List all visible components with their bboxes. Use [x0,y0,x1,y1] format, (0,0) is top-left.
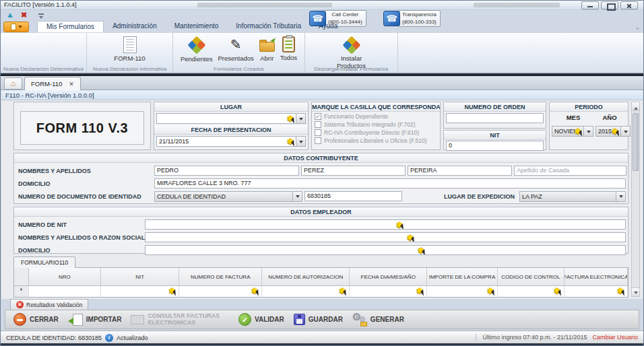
minimize-button[interactable] [581,1,599,9]
transparencia-line2: (800-100-333) [402,19,437,26]
facturas-grid: NRO NIT NUMERO DE FACTURA NUMERO DE AUTO… [13,267,629,298]
grid-header-row: NRO NIT NUMERO DE FACTURA NUMERO DE AUTO… [14,268,628,286]
mes-dropdown[interactable]: NOVIEMBRE ✱ [552,126,593,137]
guardar-button[interactable]: GUARDAR [294,314,343,325]
empleador-domicilio-field[interactable]: ✱ [145,245,626,255]
empleador-nit-field[interactable]: ✱ [145,219,626,230]
required-marker-icon: ✱ [339,287,348,295]
form110-button[interactable]: FORM-110 [112,36,146,63]
validar-button[interactable]: ✓ VALIDAR [229,313,284,326]
cell-numero-factura[interactable]: ✱ [179,286,262,297]
numero-orden-field[interactable] [446,113,544,123]
lugar-dropdown[interactable]: ✱ [156,113,306,124]
tab-mantenimiento[interactable]: Mantenimiento [166,21,228,32]
scroll-up-button[interactable] [632,102,639,111]
empleador-razon-field[interactable]: ✱ [145,232,626,242]
quick-close-icon[interactable]: ✖ [21,11,27,19]
fecha-presentacion-dropdown[interactable]: 21/11/2015 ✱ [156,136,306,147]
tipo-documento-dropdown[interactable]: CEDULA DE IDENTIDAD [154,191,302,202]
close-button[interactable] [620,1,638,9]
primer-nombre-field[interactable]: PEDRO [154,166,299,176]
abrir-button[interactable]: Abrir [258,36,276,63]
column-header-importe[interactable]: IMPORTE DE LA COMPRA [427,268,498,285]
pendientes-button[interactable]: Pendientes [179,36,214,63]
required-marker-icon: ✱ [416,287,425,295]
application-menu-button[interactable] [3,22,29,32]
resultados-validacion-tab[interactable]: ✕ Resultados Validación [10,299,88,310]
ano-dropdown[interactable]: 2015 ✱ [595,126,631,137]
facilito-logo-icon[interactable]: ▲ [6,11,14,19]
cell-fecha[interactable]: ✱ [350,286,427,297]
chevron-down-icon [296,137,305,146]
apellido-paterno-field[interactable]: PEREZ [301,166,406,176]
transparencia-line1: Transparencia [402,11,437,18]
cell-importe[interactable]: ✱ [427,286,498,297]
checkbox-sistema-tributario[interactable] [315,121,321,128]
column-header-nro[interactable]: NRO [29,268,101,285]
lugar-panel: LUGAR ✱ FECHA DE PRESENTACION 21/11/2015… [154,102,309,150]
checkbox-row: ✓ Funcionario Dependiente [312,112,440,120]
titlebar[interactable]: FACILITO [Versión 1.1.0.4] [1,1,643,10]
column-header-factura-electronica[interactable]: FACTURA ELECTRONICA [565,268,628,285]
todos-button[interactable]: Todos [279,36,298,62]
quick-access-menu-icon[interactable] [38,13,44,15]
cambiar-usuario-link[interactable]: Cambiar Usuario [592,334,638,341]
apellido-materno-field[interactable]: PEREIRA [408,166,512,176]
numero-orden-panel: NUMERO DE ORDEN [443,102,546,129]
column-header-fecha[interactable]: FECHA DIA/MES/AÑO [350,268,427,285]
numero-documento-field[interactable]: 6830185 [304,191,402,201]
cell-nit[interactable]: ✱ [101,286,180,297]
cell-codigo-control[interactable]: ✱ [498,286,565,297]
column-header-numero-factura[interactable]: NUMERO DE FACTURA [179,268,262,285]
transparencia-button[interactable]: ☎ Transparencia (800-100-333) [383,10,441,27]
checkbox-profesionales[interactable] [315,137,321,144]
form110-document-tab[interactable]: FORM-110 ✕ [24,77,81,90]
lugar-expedicion-dropdown[interactable]: LA PAZ [519,191,626,202]
status-bar: CEDULA DE IDENTIDAD: 6830185 i Actualiza… [1,331,643,345]
scrollbar-thumb[interactable] [633,113,639,171]
status-left: CEDULA DE IDENTIDAD: 6830185 i Actualiza… [6,334,148,342]
chevron-down-icon [296,114,305,123]
tab-informacion-tributaria[interactable]: Información Tributaria [227,21,310,32]
column-header-nit[interactable]: NIT [101,268,180,285]
apellido-casada-field[interactable]: Apellido de Casada [514,166,626,176]
cerrar-button[interactable]: CERRAR [13,313,59,326]
home-tab-button[interactable]: ⌂ [4,77,22,90]
checkbox-funcionario[interactable]: ✓ [315,113,321,120]
column-header-codigo-control[interactable]: CODIGO DE CONTROL [498,268,565,285]
cell-numero-autorizacion[interactable]: ✱ [262,286,350,297]
ribbon-group-formularios-creados: Pendientes ✎ Presentados Abrir Todos For… [173,33,305,73]
generar-button[interactable]: ⚙ ⚙ GENERAR [352,313,404,326]
vertical-scrollbar[interactable] [631,102,640,297]
column-header-numero-autorizacion[interactable]: NUMERO DE AUTORIZACION [262,268,350,285]
importar-button[interactable]: IMPORTAR [68,314,122,326]
cell-factura-electronica[interactable]: ✱ [565,286,628,297]
expedicion-value: LA PAZ [522,193,616,200]
checkbox-rc-iva-directo[interactable] [315,129,321,136]
checkbox-label: Funcionario Dependiente [324,113,388,120]
mes-label: MES [552,114,594,121]
row-selector-header [14,268,29,285]
new-row-indicator[interactable]: * [14,286,29,297]
form-version-header: F110 - RC-IVA [Versión 1.0.0.0] [1,90,643,100]
close-circle-icon [13,313,26,326]
presentados-button[interactable]: ✎ Presentados [216,36,255,63]
nit-field[interactable]: 0 [446,141,544,151]
formulario110-tab[interactable]: FORMULARIO110 [13,256,75,268]
maximize-button[interactable] [601,1,618,9]
consultar-facturas-button[interactable]: CONSULTAR FACTURAS ELECTRONICAS [131,313,220,326]
scroll-down-button[interactable] [632,287,639,296]
datos-contribuyente-section: DATOS CONTRIBUYENTE NOMBRES Y APELLIDOS … [13,153,629,204]
tab-mis-formularios[interactable]: Mis Formularios [37,21,104,32]
required-marker-icon: ✱ [575,127,583,135]
ribbon-group-nueva-declaracion-determinativa: Nueva Declaración Determinativa [1,33,87,73]
cell-nro[interactable] [29,286,101,297]
tab-administracion[interactable]: Administración [104,21,166,32]
required-marker-icon: ✱ [251,287,260,295]
domicilio-field[interactable]: MIRAFLORES CALLE 3 NRO. 777 [154,178,626,188]
cerrar-label: CERRAR [30,316,59,323]
close-tab-icon[interactable]: ✕ [69,81,74,88]
floppy-disk-icon [294,314,305,325]
ribbon-group-descargar-instalar: Instalar Productos Descargar/Instalar Fo… [305,33,398,73]
nombres-label: NOMBRES Y APELLIDOS [16,168,152,174]
